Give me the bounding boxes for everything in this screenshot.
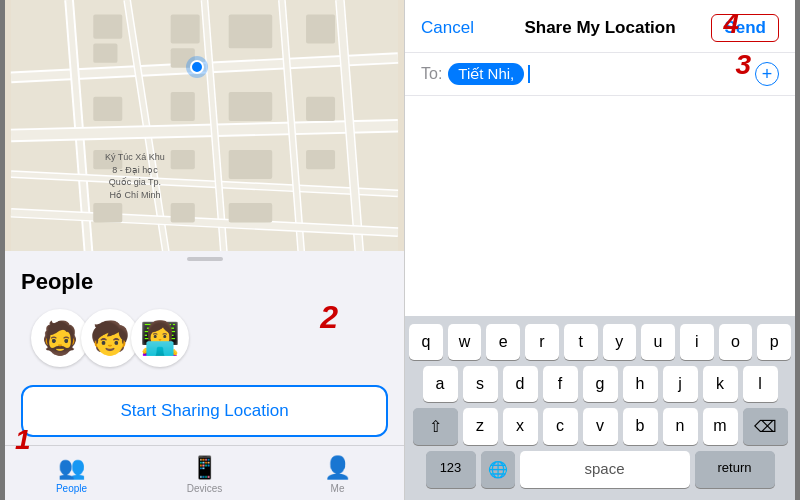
- key-return[interactable]: return: [695, 451, 775, 488]
- key-i[interactable]: i: [680, 324, 714, 360]
- key-j[interactable]: j: [663, 366, 698, 402]
- left-phone-panel: Ký Túc Xá Khu8 - Đại họcQuốc gia Tp.Hồ C…: [5, 0, 405, 500]
- key-q[interactable]: q: [409, 324, 443, 360]
- svg-rect-32: [306, 150, 335, 169]
- keyboard-row-1: q w e r t y u i o p: [409, 324, 791, 360]
- keyboard-row-2: a s d f g h j k l: [409, 366, 791, 402]
- key-emoji[interactable]: 🌐: [481, 451, 515, 488]
- step-4-badge: 4: [723, 8, 739, 40]
- tab-me[interactable]: 👤 Me: [271, 455, 404, 494]
- devices-tab-icon: 📱: [191, 455, 218, 481]
- svg-rect-23: [229, 15, 273, 49]
- step-1-badge: 1: [15, 424, 31, 456]
- add-recipient-button[interactable]: +: [755, 62, 779, 86]
- key-l[interactable]: l: [743, 366, 778, 402]
- key-v[interactable]: v: [583, 408, 618, 445]
- svg-rect-24: [306, 15, 335, 44]
- key-k[interactable]: k: [703, 366, 738, 402]
- right-phone-panel: Cancel Share My Location 4 Send To: Tiết…: [405, 0, 795, 500]
- recipient-chip: Tiết Nhi,: [448, 63, 524, 85]
- key-e[interactable]: e: [486, 324, 520, 360]
- right-border: [795, 0, 800, 500]
- svg-rect-25: [93, 97, 122, 121]
- key-r[interactable]: r: [525, 324, 559, 360]
- key-delete[interactable]: ⌫: [743, 408, 788, 445]
- step-2-badge: 2: [320, 299, 338, 336]
- svg-rect-30: [171, 150, 195, 169]
- svg-rect-26: [171, 92, 195, 121]
- to-label: To:: [421, 65, 442, 83]
- share-header: Cancel Share My Location 4 Send: [405, 0, 795, 53]
- drag-handle: [5, 251, 404, 265]
- svg-rect-21: [171, 15, 200, 44]
- tab-bar: 1 👥 People 📱 Devices 👤 Me: [5, 445, 404, 500]
- key-s[interactable]: s: [463, 366, 498, 402]
- key-space[interactable]: space: [520, 451, 690, 488]
- step-3-badge: 3: [735, 49, 751, 81]
- tab-devices-label: Devices: [187, 483, 223, 494]
- key-u[interactable]: u: [641, 324, 675, 360]
- svg-rect-34: [171, 203, 195, 222]
- map-label: Ký Túc Xá Khu8 - Đại họcQuốc gia Tp.Hồ C…: [105, 151, 165, 201]
- key-x[interactable]: x: [503, 408, 538, 445]
- key-b[interactable]: b: [623, 408, 658, 445]
- key-numbers[interactable]: 123: [426, 451, 476, 488]
- people-tab-icon: 👥: [58, 455, 85, 481]
- me-tab-icon: 👤: [324, 455, 351, 481]
- people-section: People 🧔 🧒 👩‍💻 2 Start Sharing Location: [5, 265, 404, 445]
- key-f[interactable]: f: [543, 366, 578, 402]
- text-cursor: [528, 65, 530, 83]
- key-o[interactable]: o: [719, 324, 753, 360]
- to-field: To: Tiết Nhi, 3 +: [405, 53, 795, 96]
- map-area: Ký Túc Xá Khu8 - Đại họcQuốc gia Tp.Hồ C…: [5, 0, 404, 251]
- svg-rect-33: [93, 203, 122, 222]
- tab-people-label: People: [56, 483, 87, 494]
- svg-rect-31: [229, 150, 273, 179]
- location-dot: [190, 60, 204, 74]
- svg-rect-19: [93, 15, 122, 39]
- message-body[interactable]: [405, 96, 795, 316]
- key-d[interactable]: d: [503, 366, 538, 402]
- svg-rect-20: [93, 44, 117, 63]
- key-p[interactable]: p: [757, 324, 791, 360]
- key-z[interactable]: z: [463, 408, 498, 445]
- svg-rect-28: [306, 97, 335, 121]
- key-m[interactable]: m: [703, 408, 738, 445]
- tab-devices[interactable]: 📱 Devices: [138, 455, 271, 494]
- key-w[interactable]: w: [448, 324, 482, 360]
- key-t[interactable]: t: [564, 324, 598, 360]
- keyboard-row-4: 123 🌐 space return: [409, 451, 791, 488]
- start-sharing-container: Start Sharing Location: [21, 385, 388, 437]
- keyboard-row-3: ⇧ z x c v b n m ⌫: [409, 408, 791, 445]
- key-g[interactable]: g: [583, 366, 618, 402]
- key-a[interactable]: a: [423, 366, 458, 402]
- tab-people[interactable]: 👥 People: [5, 455, 138, 494]
- share-title: Share My Location: [524, 18, 675, 38]
- svg-rect-35: [229, 203, 273, 222]
- start-sharing-button[interactable]: Start Sharing Location: [21, 385, 388, 437]
- key-n[interactable]: n: [663, 408, 698, 445]
- cancel-button[interactable]: Cancel: [421, 18, 474, 38]
- key-c[interactable]: c: [543, 408, 578, 445]
- send-button[interactable]: Send: [711, 14, 779, 42]
- avatar-3: 👩‍💻: [131, 309, 189, 367]
- key-shift[interactable]: ⇧: [413, 408, 458, 445]
- svg-rect-27: [229, 92, 273, 121]
- key-h[interactable]: h: [623, 366, 658, 402]
- key-y[interactable]: y: [603, 324, 637, 360]
- keyboard: q w e r t y u i o p a s d f g h j k l ⇧ …: [405, 316, 795, 500]
- tab-me-label: Me: [331, 483, 345, 494]
- people-title: People: [21, 269, 388, 295]
